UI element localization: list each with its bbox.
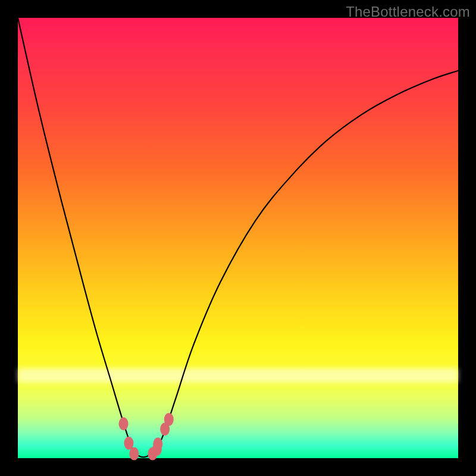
curve-marker — [119, 417, 129, 430]
curve-marker — [124, 437, 133, 450]
curve-marker — [164, 413, 174, 426]
curve-marker — [129, 447, 139, 461]
watermark-text: TheBottleneck.com — [346, 4, 470, 20]
chart-frame: TheBottleneck.com — [0, 0, 476, 476]
chart-svg — [18, 18, 458, 458]
curve-marker — [153, 437, 162, 450]
curve-markers — [119, 413, 174, 461]
plot-area — [18, 18, 458, 458]
bottleneck-curve — [18, 18, 458, 457]
